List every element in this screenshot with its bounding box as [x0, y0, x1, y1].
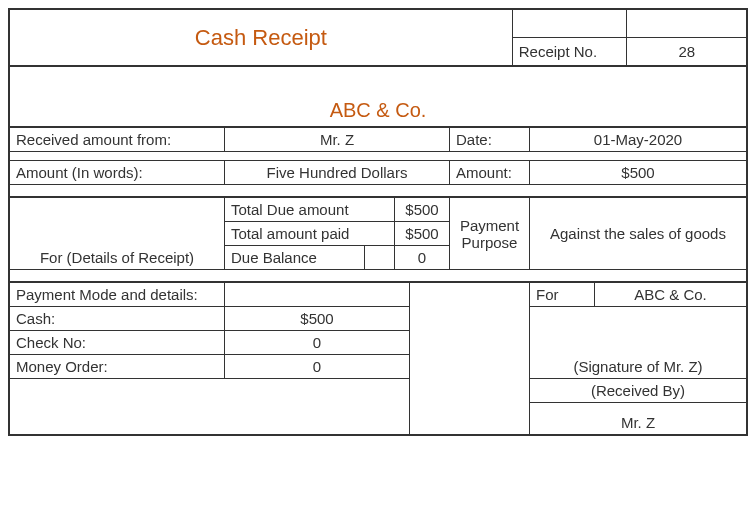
total-due-value: $500	[395, 198, 450, 222]
check-label: Check No:	[10, 331, 225, 355]
due-balance-label: Due Balance	[225, 246, 365, 270]
cash-value: $500	[225, 307, 410, 331]
header-empty-1	[512, 10, 627, 38]
amount-value: $500	[530, 161, 747, 185]
payment-purpose-value: Against the sales of goods	[530, 198, 747, 270]
amount-words-table: Amount (In words): Five Hundred Dollars …	[9, 160, 747, 185]
header-empty-2	[627, 10, 747, 38]
gap-1	[9, 152, 747, 160]
receipt-no-label: Receipt No.	[512, 38, 627, 66]
bottom-mid-empty	[410, 379, 530, 435]
amount-label: Amount:	[450, 161, 530, 185]
payment-mode-table: Payment Mode and details: For ABC & Co. …	[9, 282, 747, 435]
check-value: 0	[225, 331, 410, 355]
company-table: ABC & Co.	[9, 66, 747, 127]
header-table: Cash Receipt Receipt No. 28	[9, 9, 747, 66]
gap-2	[9, 185, 747, 197]
due-balance-value: 0	[395, 246, 450, 270]
received-from-label: Received amount from:	[10, 128, 225, 152]
total-paid-value: $500	[395, 222, 450, 246]
gap-3	[9, 270, 747, 282]
total-paid-label: Total amount paid	[225, 222, 395, 246]
bottom-left-empty	[10, 379, 410, 435]
money-order-label: Money Order:	[10, 355, 225, 379]
money-order-value: 0	[225, 355, 410, 379]
total-due-label: Total Due amount	[225, 198, 395, 222]
received-by-label: (Received By)	[530, 379, 747, 403]
details-table: For (Details of Receipt) Total Due amoun…	[9, 197, 747, 270]
payment-mode-label: Payment Mode and details:	[10, 283, 225, 307]
received-from-table: Received amount from: Mr. Z Date: 01-May…	[9, 127, 747, 152]
date-value: 01-May-2020	[530, 128, 747, 152]
cash-receipt-document: Cash Receipt Receipt No. 28 ABC & Co. Re…	[8, 8, 748, 436]
receipt-title: Cash Receipt	[10, 10, 513, 66]
received-from-value: Mr. Z	[225, 128, 450, 152]
date-label: Date:	[450, 128, 530, 152]
details-label: For (Details of Receipt)	[10, 198, 225, 270]
due-balance-empty	[365, 246, 395, 270]
for-company: ABC & Co.	[595, 283, 747, 307]
cash-label: Cash:	[10, 307, 225, 331]
amount-words-label: Amount (In words):	[10, 161, 225, 185]
payment-purpose-label: Payment Purpose	[450, 198, 530, 270]
signature-of: (Signature of Mr. Z)	[530, 307, 747, 379]
for-label: For	[530, 283, 595, 307]
mid-empty-col	[410, 283, 530, 379]
amount-words-value: Five Hundred Dollars	[225, 161, 450, 185]
company-name: ABC & Co.	[10, 67, 747, 127]
payment-mode-empty	[225, 283, 410, 307]
receipt-no-value: 28	[627, 38, 747, 66]
received-by-value: Mr. Z	[530, 403, 747, 435]
